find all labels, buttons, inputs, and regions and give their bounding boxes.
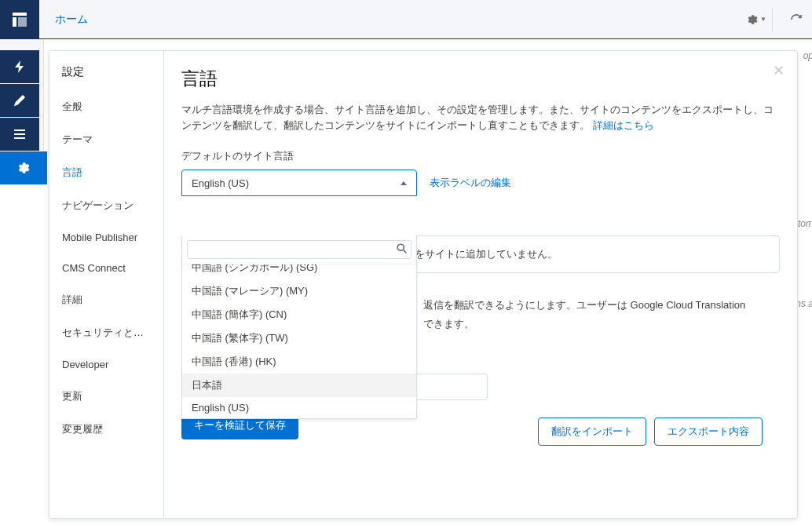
page-heading: 言語 xyxy=(181,67,780,91)
lightning-icon xyxy=(14,60,25,73)
sidebar-item[interactable]: CMS Connect xyxy=(49,253,163,283)
bg-text: op xyxy=(803,50,812,61)
svg-rect-5 xyxy=(14,137,25,139)
export-content-button[interactable]: エクスポート内容 xyxy=(654,417,763,446)
language-option[interactable]: 中国語 (シンガポール) (SG) xyxy=(182,264,416,279)
intro-body: マルチ言語環境を作成する場合、サイト言語を追加し、その設定を管理します。また、サ… xyxy=(181,104,774,131)
learn-more-link[interactable]: 詳細はこちら xyxy=(593,119,654,131)
settings-modal: 設定 全般テーマ言語ナビゲーションMobile PublisherCMS Con… xyxy=(49,50,798,519)
sidebar-item[interactable]: セキュリティとプ... xyxy=(49,316,163,349)
settings-sidebar: 設定 全般テーマ言語ナビゲーションMobile PublisherCMS Con… xyxy=(49,51,164,518)
language-option[interactable]: 中国語 (マレーシア) (MY) xyxy=(182,279,416,303)
layout-icon xyxy=(13,13,27,27)
sidebar-item[interactable]: 更新 xyxy=(49,380,163,413)
language-option[interactable]: 中国語 (香港) (HK) xyxy=(182,350,416,374)
settings-content: ✕ 言語 マルチ言語環境を作成する場合、サイト言語を追加し、その設定を管理します… xyxy=(164,51,797,518)
pencil-icon xyxy=(14,95,25,106)
sidebar-item[interactable]: Developer xyxy=(49,349,163,380)
sidebar-item[interactable]: 全般 xyxy=(49,90,163,123)
rail-lightning-button[interactable] xyxy=(0,50,39,83)
import-translations-button[interactable]: 翻訳をインポート xyxy=(538,417,646,446)
svg-rect-1 xyxy=(13,17,16,27)
topbar: ホーム ▼ xyxy=(0,0,812,39)
selected-language-text: English (US) xyxy=(192,177,249,189)
sidebar-title: 設定 xyxy=(49,65,163,90)
sidebar-item[interactable]: 詳細 xyxy=(49,283,163,316)
language-dropdown-panel: ロマンシュ語中国語 (シンガポール) (SG)中国語 (マレーシア) (MY)中… xyxy=(181,235,417,419)
left-rail xyxy=(0,39,44,185)
gear-icon xyxy=(747,14,758,25)
sidebar-item[interactable]: Mobile Publisher xyxy=(49,222,163,253)
gear-icon xyxy=(17,162,30,174)
sidebar-item[interactable]: テーマ xyxy=(49,123,163,156)
svg-rect-2 xyxy=(18,17,27,27)
list-icon xyxy=(14,129,25,139)
topbar-title: ホーム xyxy=(39,13,741,27)
language-option[interactable]: English (US) xyxy=(182,397,416,418)
rail-list-button[interactable] xyxy=(0,118,39,151)
settings-menu-button[interactable]: ▼ xyxy=(741,8,773,31)
language-option[interactable]: 日本語 xyxy=(182,374,416,397)
svg-rect-3 xyxy=(14,129,25,131)
edit-labels-link[interactable]: 表示ラベルの編集 xyxy=(430,176,511,190)
refresh-button[interactable] xyxy=(781,8,812,31)
close-button[interactable]: ✕ xyxy=(773,62,785,79)
main-area: op ottom ons a 設定 全般テーマ言語ナビゲーションMobile P… xyxy=(0,39,812,525)
rail-edit-button[interactable] xyxy=(0,84,39,117)
svg-rect-0 xyxy=(13,13,27,16)
default-language-label: デフォルトのサイト言語 xyxy=(181,149,780,163)
language-option[interactable]: 中国語 (簡体字) (CN) xyxy=(182,303,416,326)
refresh-icon xyxy=(790,13,803,26)
sidebar-item[interactable]: 言語 xyxy=(49,156,163,189)
intro-text: マルチ言語環境を作成する場合、サイト言語を追加し、その設定を管理します。また、サ… xyxy=(181,102,780,133)
rail-settings-button[interactable] xyxy=(0,151,47,184)
language-options-list[interactable]: ロマンシュ語中国語 (シンガポール) (SG)中国語 (マレーシア) (MY)中… xyxy=(182,264,416,418)
sidebar-item[interactable]: 変更履歴 xyxy=(49,413,163,446)
language-option[interactable]: 中国語 (繁体字) (TW) xyxy=(182,326,416,350)
sidebar-item[interactable]: ナビゲーション xyxy=(49,189,163,222)
default-language-select[interactable]: English (US) xyxy=(181,170,417,196)
app-logo[interactable] xyxy=(0,0,39,39)
svg-rect-4 xyxy=(14,133,25,135)
language-search-input[interactable] xyxy=(187,240,411,259)
